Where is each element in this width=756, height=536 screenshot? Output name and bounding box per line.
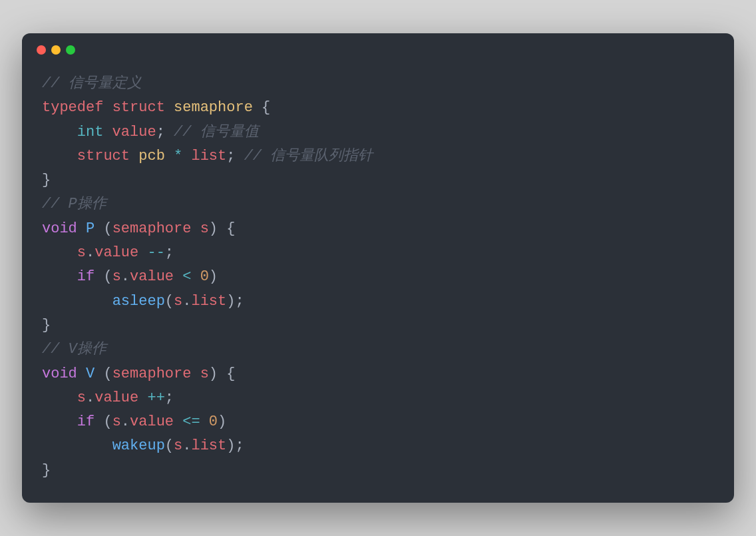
minimize-icon[interactable]: [51, 45, 61, 55]
code-operator: *: [174, 148, 182, 164]
code-punct: .: [121, 268, 130, 285]
code-punct: ;: [235, 293, 244, 310]
close-icon[interactable]: [37, 45, 46, 55]
code-brace: }: [42, 172, 51, 188]
code-identifier: s: [112, 268, 121, 285]
code-function: asleep: [112, 293, 165, 310]
code-operator: <=: [174, 413, 209, 430]
code-paren: (: [165, 293, 174, 310]
code-paren: (: [165, 437, 174, 454]
code-brace: {: [218, 366, 235, 382]
code-punct: ;: [165, 244, 174, 261]
code-paren: ): [209, 220, 218, 237]
code-identifier: s: [174, 437, 182, 454]
code-indent: [42, 437, 112, 454]
code-punct: ;: [165, 390, 174, 406]
code-identifier: value: [103, 124, 156, 140]
code-function: P: [77, 220, 104, 237]
code-window: // 信号量定义 typedef struct semaphore { int …: [22, 33, 734, 503]
code-punct: .: [121, 413, 130, 430]
code-type: int: [77, 124, 104, 140]
code-punct: ;: [226, 148, 235, 164]
code-identifier: list: [191, 293, 226, 310]
code-operator: --: [138, 244, 165, 261]
code-paren: ): [218, 413, 226, 430]
code-identifier: value: [130, 268, 174, 285]
code-indent: [42, 148, 77, 164]
code-paren: ): [209, 268, 218, 285]
code-keyword: if: [77, 413, 94, 430]
code-identifier: s: [174, 293, 182, 310]
code-identifier: value: [94, 390, 138, 406]
code-keyword: if: [77, 268, 94, 285]
maximize-icon[interactable]: [66, 45, 75, 55]
code-paren: (: [94, 413, 112, 430]
code-brace: }: [42, 317, 51, 334]
code-param: semaphore s: [112, 366, 209, 382]
code-keyword: void: [42, 366, 77, 382]
code-keyword: struct: [112, 99, 165, 116]
code-brace: {: [253, 99, 270, 116]
code-comment: // P操作: [42, 196, 106, 212]
code-keyword: typedef: [42, 99, 103, 116]
code-number: 0: [200, 268, 209, 285]
window-titlebar: [22, 33, 734, 60]
code-paren: (: [103, 366, 112, 382]
code-paren: (: [103, 220, 112, 237]
code-identifier: s: [77, 244, 86, 261]
code-function: V: [77, 366, 104, 382]
code-identifier: s: [77, 390, 86, 406]
code-punct: .: [86, 244, 94, 261]
code-operator: ++: [138, 390, 165, 406]
code-param: semaphore s: [112, 220, 209, 237]
code-type: pcb: [130, 148, 174, 164]
code-identifier: list: [182, 148, 226, 164]
code-content: // 信号量定义 typedef struct semaphore { int …: [22, 60, 734, 503]
code-brace: }: [42, 462, 51, 479]
code-indent: [42, 293, 112, 310]
code-indent: [42, 390, 77, 406]
code-number: 0: [209, 413, 218, 430]
code-indent: [42, 268, 77, 285]
code-punct: .: [182, 437, 191, 454]
code-operator: <: [174, 268, 200, 285]
code-indent: [42, 244, 77, 261]
code-indent: [42, 413, 77, 430]
code-identifier: value: [94, 244, 138, 261]
code-paren: ): [226, 437, 235, 454]
code-identifier: value: [130, 413, 174, 430]
code-punct: .: [86, 390, 94, 406]
code-punct: ;: [235, 437, 244, 454]
code-type: semaphore: [174, 99, 253, 116]
code-brace: {: [218, 220, 235, 237]
code-keyword: struct: [77, 148, 130, 164]
code-keyword: void: [42, 220, 77, 237]
code-identifier: list: [191, 437, 226, 454]
code-identifier: s: [112, 413, 121, 430]
code-indent: [42, 124, 77, 140]
code-function: wakeup: [112, 437, 165, 454]
code-paren: (: [94, 268, 112, 285]
code-punct: ;: [156, 124, 165, 140]
code-comment: // 信号量值: [165, 124, 259, 140]
code-punct: .: [182, 293, 191, 310]
code-comment: // 信号量队列指针: [235, 148, 373, 164]
code-paren: ): [209, 366, 218, 382]
code-paren: ): [226, 293, 235, 310]
code-comment: // 信号量定义: [42, 75, 142, 92]
code-comment: // V操作: [42, 341, 106, 358]
